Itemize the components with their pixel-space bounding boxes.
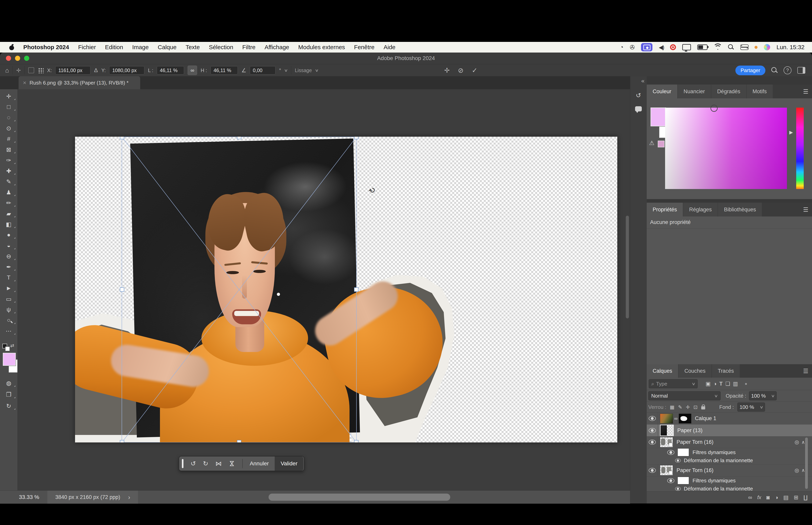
type-tool[interactable]: T xyxy=(0,273,17,283)
commit-button[interactable]: Valider xyxy=(275,456,303,471)
blend-mode-select[interactable]: Normal ∨ xyxy=(648,391,721,400)
tab-degrades[interactable]: Dégradés xyxy=(711,85,746,99)
menu-modules-externes[interactable]: Modules externes xyxy=(298,44,345,50)
warp-mode-icon[interactable]: ✢ xyxy=(444,66,450,74)
redo-icon[interactable]: ↻ xyxy=(203,460,208,467)
gamut-warning-icon[interactable]: ⚠ xyxy=(649,139,655,146)
filter-name[interactable]: Déformation de la marionnette xyxy=(684,486,753,492)
eye-icon[interactable] xyxy=(667,478,674,483)
document-canvas[interactable]: ↻ xyxy=(75,137,617,442)
filter-kind-image-icon[interactable]: ▣ xyxy=(706,380,711,387)
delta-icon[interactable]: Δ xyxy=(94,67,98,74)
panel-menu-icon[interactable]: ☰ xyxy=(803,88,809,95)
zoom-level[interactable]: 33.33 % xyxy=(19,491,39,504)
tab-nuancier[interactable]: Nuancier xyxy=(678,85,711,99)
menu-calque[interactable]: Calque xyxy=(158,44,177,50)
layer-mask-link-icon[interactable]: ∞ xyxy=(674,416,677,421)
filter-kind-smart-object-icon[interactable]: ▥ xyxy=(733,380,738,387)
fill-field[interactable]: 100 % ∨ xyxy=(737,403,765,411)
cancel-transform-icon[interactable]: ⊘ xyxy=(458,66,464,74)
new-group-icon[interactable]: ▤ xyxy=(783,494,788,501)
transform-handle-bottom-center[interactable] xyxy=(237,440,241,442)
visibility-toggle[interactable] xyxy=(647,412,658,424)
lasso-tool[interactable]: ◌ xyxy=(0,112,17,122)
creative-cloud-icon[interactable]: ✇ xyxy=(630,44,635,51)
add-mask-icon[interactable]: ◙ xyxy=(766,494,770,501)
smart-filters-row[interactable]: Filtres dynamiques xyxy=(647,448,812,457)
clone-stamp-tool[interactable]: ♟ xyxy=(0,187,17,197)
brush-tool[interactable]: ✎ xyxy=(0,177,17,186)
tab-reglages[interactable]: Réglages xyxy=(683,202,718,216)
transform-handle-top-left[interactable] xyxy=(120,137,124,139)
menu-app-name[interactable]: Photoshop 2024 xyxy=(23,44,69,50)
tab-bibliotheques[interactable]: Bibliothèques xyxy=(718,202,762,216)
collapse-filters-icon[interactable]: ∧ xyxy=(801,439,805,445)
foreground-color-swatch[interactable] xyxy=(3,353,16,366)
home-icon[interactable]: ⌂ xyxy=(5,67,9,74)
transform-handle-top-center[interactable] xyxy=(237,137,241,139)
puppet-warp-filter-row[interactable]: Déformation de la marionnette xyxy=(647,457,812,464)
document-dimensions[interactable]: 3840 px x 2160 px (72 ppp) › xyxy=(47,491,138,504)
layer-name[interactable]: Calque 1 xyxy=(695,415,716,421)
eyedropper-tool[interactable]: ✑ xyxy=(0,155,17,165)
wifi-icon[interactable] xyxy=(714,44,722,50)
apple-menu-icon[interactable] xyxy=(9,44,14,50)
menu-selection[interactable]: Sélection xyxy=(209,44,233,50)
screen-sharing-icon[interactable] xyxy=(641,43,653,51)
layer-row-calque-1[interactable]: ∞ Calque 1 xyxy=(647,412,812,424)
canvas-pasteboard[interactable]: ↻ ↺ ↻ ⋈ ⋈ Annuler Valider xyxy=(17,89,630,491)
lock-transparency-icon[interactable]: ▦ xyxy=(670,404,675,410)
dodge-tool[interactable]: ⊖ xyxy=(0,251,17,261)
smart-filters-label[interactable]: Filtres dynamiques xyxy=(692,478,736,484)
collapse-filters-icon[interactable]: ∧ xyxy=(801,467,805,473)
layer-filter-search[interactable]: ⌕ Type ∨ xyxy=(649,379,698,388)
canvas-vertical-scrollbar[interactable] xyxy=(626,216,629,318)
menu-fichier[interactable]: Fichier xyxy=(78,44,96,50)
record-icon[interactable] xyxy=(670,44,676,50)
eye-icon[interactable] xyxy=(667,450,674,455)
color-field-selector[interactable] xyxy=(710,105,718,112)
layer-name[interactable]: Paper (13) xyxy=(677,427,703,434)
menu-aide[interactable]: Aide xyxy=(383,44,395,50)
visibility-toggle[interactable] xyxy=(647,464,658,476)
width-scale-field[interactable]: 46,11 % xyxy=(157,66,184,74)
transform-handle-bottom-right[interactable] xyxy=(354,440,358,442)
tab-proprietes[interactable]: Propriétés xyxy=(647,202,683,216)
lock-all-icon[interactable] xyxy=(701,406,705,409)
zoom-tool[interactable]: ○ xyxy=(0,315,17,325)
layer-thumbnail[interactable] xyxy=(660,425,674,436)
layer-thumbnail[interactable] xyxy=(660,465,673,476)
battery-icon[interactable] xyxy=(697,44,707,50)
menu-filtre[interactable]: Filtre xyxy=(242,44,256,50)
comments-panel-icon[interactable] xyxy=(632,103,645,115)
menu-fenetre[interactable]: Fenêtre xyxy=(354,44,374,50)
time-machine-icon[interactable]: ◔ xyxy=(620,44,624,50)
workspace-panel-icon[interactable] xyxy=(797,67,805,74)
more-tools-button[interactable]: ⋯ xyxy=(0,326,17,336)
tab-couches[interactable]: Couches xyxy=(678,364,711,378)
crop-tool[interactable]: # xyxy=(0,134,17,144)
tab-calques[interactable]: Calques xyxy=(647,364,678,378)
document-tab[interactable]: × Rush 6.png @ 33,3% (Paper (13), RVB/8)… xyxy=(18,76,140,89)
smart-filters-row[interactable]: Filtres dynamiques xyxy=(647,476,812,485)
menu-edition[interactable]: Edition xyxy=(105,44,123,50)
shape-tool[interactable]: ▭ xyxy=(0,294,17,304)
marquee-tool[interactable]: □ xyxy=(0,102,17,112)
layer-name[interactable]: Paper Torn (16) xyxy=(676,467,714,474)
screen-mode-button[interactable]: ❐ xyxy=(0,390,17,400)
height-scale-field[interactable]: 46,11 % xyxy=(211,66,238,74)
filter-toggle-icon[interactable]: ● xyxy=(745,381,747,386)
layer-thumbnail[interactable] xyxy=(660,414,673,423)
cancel-button[interactable]: Annuler xyxy=(245,461,274,467)
filter-kind-adjustment-icon[interactable]: ◑ xyxy=(714,381,717,387)
undo-icon[interactable]: ↺ xyxy=(190,460,196,467)
history-panel-icon[interactable]: ↺ xyxy=(632,89,645,102)
menu-affichage[interactable]: Affichage xyxy=(265,44,289,50)
layer-row-paper-torn-2[interactable]: Paper Torn (16) ◎ ∧ xyxy=(647,464,812,476)
eraser-tool[interactable]: ▰ xyxy=(0,209,17,219)
layer-thumbnail[interactable] xyxy=(660,437,673,447)
share-button[interactable]: Partager xyxy=(735,65,765,75)
siri-icon[interactable] xyxy=(764,44,770,50)
chevron-down-icon[interactable]: ∨ xyxy=(315,68,319,73)
filter-kind-shape-icon[interactable]: ❏ xyxy=(725,380,730,387)
